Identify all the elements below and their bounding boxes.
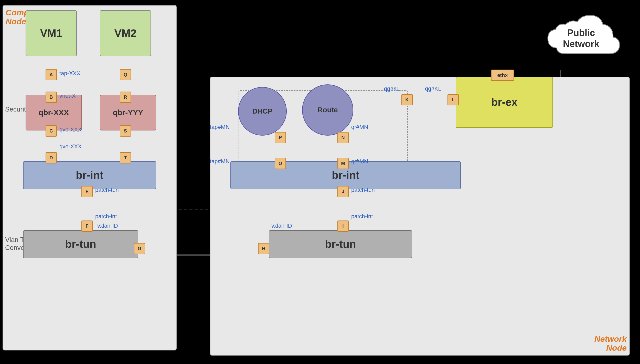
vm2-box: VM2: [100, 10, 151, 56]
label-qvo-xxx: qvo-XXX: [59, 143, 82, 150]
label-patch-tun-network: patch-tun: [351, 187, 375, 193]
label-qvb-xxx: qvb-XXX: [59, 126, 82, 133]
port-h: H: [258, 243, 269, 254]
label-qg-kl-inner: qg#KL: [384, 85, 400, 92]
port-o: O: [275, 158, 286, 169]
cloud-text-line2: Network: [563, 39, 599, 49]
port-n: N: [337, 132, 349, 143]
br-tun-network-box: br-tun: [269, 230, 412, 258]
port-d: D: [46, 152, 57, 163]
port-m: M: [337, 158, 349, 169]
route-box: Route: [302, 84, 353, 136]
cloud-text-line1: Public: [567, 28, 595, 38]
label-tap-mn-bottom: tap#MN: [210, 158, 230, 165]
port-a: A: [46, 69, 57, 80]
port-j: J: [337, 186, 349, 197]
port-r: R: [120, 92, 131, 103]
dhcp-box: DHCP: [238, 87, 287, 136]
port-c: C: [46, 125, 57, 137]
port-b: B: [46, 92, 57, 103]
port-p: P: [275, 132, 286, 143]
ethx-box: ethx: [491, 70, 514, 81]
br-int-compute-box: br-int: [23, 161, 156, 189]
label-qr-mn-bottom: qr#MN: [351, 158, 368, 165]
label-qg-kl-outer: qg#KL: [425, 85, 441, 92]
diagram-container: Public Network Compute Node Security Gro…: [0, 0, 640, 364]
br-tun-compute-box: br-tun: [23, 230, 138, 258]
port-s: S: [120, 125, 131, 137]
label-vxlan-network: vxlan-ID: [271, 223, 292, 229]
label-patch-int-compute: patch-int: [95, 213, 117, 220]
port-t: T: [120, 152, 131, 163]
label-tap-xxx: tap-XXX: [59, 70, 80, 77]
br-ex-box: br-ex: [456, 77, 553, 128]
label-patch-int-network: patch-int: [351, 213, 373, 220]
port-g: G: [134, 243, 145, 254]
port-q: Q: [120, 69, 131, 80]
port-k: K: [401, 94, 413, 105]
cloud-label: Public Network: [538, 8, 625, 69]
vm1-label: VM1: [40, 27, 62, 39]
label-tap-mn-top: tap#MN: [210, 124, 230, 130]
label-qr-mn-top: qr#MN: [351, 124, 368, 130]
port-l: L: [447, 94, 459, 105]
vm1-box: VM1: [26, 10, 77, 56]
port-i: I: [337, 220, 349, 232]
vm2-label: VM2: [114, 27, 136, 39]
port-f: F: [81, 220, 93, 232]
label-vnet-x: vnet-X: [59, 93, 76, 99]
label-vxlan-compute: vxlan-ID: [97, 223, 118, 229]
label-patch-tun-compute: patch-tun: [95, 187, 119, 193]
port-e: E: [81, 186, 93, 197]
network-node-label: Network Node: [594, 335, 627, 352]
